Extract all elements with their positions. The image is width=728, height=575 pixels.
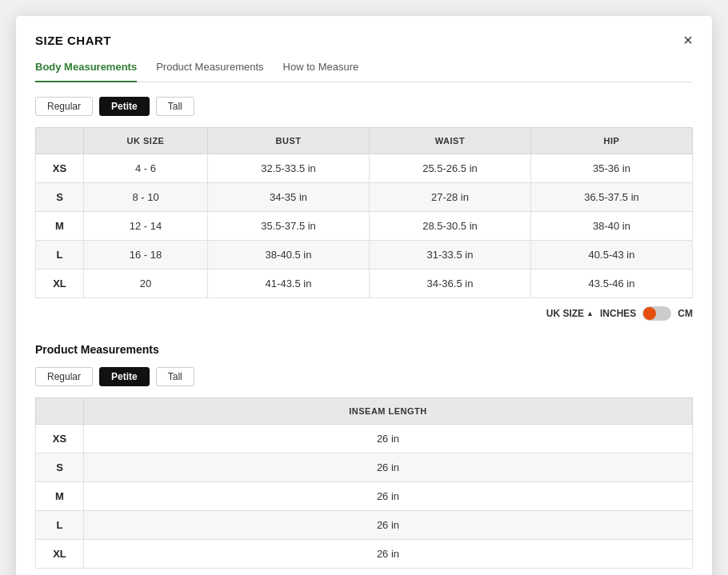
- table-row: XS 26 in: [36, 425, 693, 453]
- col-header-uk-size: UK SIZE: [84, 128, 208, 154]
- cell-uk-size: 20: [84, 270, 208, 298]
- toggle-thumb: [643, 307, 656, 320]
- table-row: XS 4 - 6 32.5-33.5 in 25.5-26.5 in 35-36…: [36, 154, 693, 183]
- cell-uk-size: 12 - 14: [84, 212, 208, 241]
- unit-toggle[interactable]: [642, 306, 671, 321]
- cell-inseam: 26 in: [84, 425, 693, 453]
- cell-bust: 32.5-33.5 in: [208, 154, 370, 183]
- tab-body-measurements[interactable]: Body Measurements: [35, 61, 137, 82]
- close-button[interactable]: ×: [683, 32, 693, 48]
- cell-hip: 40.5-43 in: [530, 241, 692, 270]
- inches-label: INCHES: [600, 308, 636, 319]
- cell-waist: 28.5-30.5 in: [370, 212, 531, 241]
- cell-bust: 34-35 in: [208, 183, 370, 212]
- tab-product-measurements[interactable]: Product Measurements: [156, 61, 263, 82]
- cell-bust: 35.5-37.5 in: [208, 212, 370, 241]
- sort-arrow-icon: ▲: [586, 309, 594, 317]
- prod-col-header-inseam: INSEAM LENGTH: [84, 398, 693, 425]
- body-filter-petite[interactable]: Petite: [99, 97, 150, 116]
- col-header-bust: BUST: [208, 128, 370, 154]
- unit-row: UK SIZE ▲ INCHES CM: [35, 306, 693, 321]
- cell-size: XL: [36, 540, 84, 569]
- tab-how-to-measure[interactable]: How to Measure: [283, 61, 359, 82]
- table-row: S 26 in: [36, 453, 693, 482]
- product-filter-buttons: Regular Petite Tall: [35, 367, 693, 386]
- size-chart-modal: SIZE CHART × Body Measurements Product M…: [16, 16, 712, 575]
- cell-waist: 25.5-26.5 in: [370, 154, 531, 183]
- cell-hip: 35-36 in: [530, 154, 692, 183]
- cell-size: S: [36, 183, 84, 212]
- table-row: M 26 in: [36, 482, 693, 511]
- table-row: M 12 - 14 35.5-37.5 in 28.5-30.5 in 38-4…: [36, 212, 693, 241]
- table-row: L 26 in: [36, 511, 693, 540]
- modal-title: SIZE CHART: [35, 34, 111, 47]
- prod-col-header-empty: [36, 398, 84, 425]
- col-header-hip: HIP: [530, 128, 692, 154]
- cell-bust: 38-40.5 in: [208, 241, 370, 270]
- body-filter-tall[interactable]: Tall: [156, 97, 194, 116]
- product-filter-regular[interactable]: Regular: [35, 367, 93, 386]
- cell-inseam: 26 in: [84, 482, 693, 511]
- cell-size: XS: [36, 425, 84, 453]
- cm-label: CM: [678, 308, 693, 319]
- tab-bar: Body Measurements Product Measurements H…: [35, 61, 693, 82]
- cell-bust: 41-43.5 in: [208, 270, 370, 298]
- table-row: S 8 - 10 34-35 in 27-28 in 36.5-37.5 in: [36, 183, 693, 212]
- product-measurements-title: Product Measurements: [35, 343, 693, 356]
- cell-size: XS: [36, 154, 84, 183]
- cell-waist: 34-36.5 in: [370, 270, 531, 298]
- table-row: XL 20 41-43.5 in 34-36.5 in 43.5-46 in: [36, 270, 693, 298]
- cell-waist: 31-33.5 in: [370, 241, 531, 270]
- cell-hip: 38-40 in: [530, 212, 692, 241]
- cell-inseam: 26 in: [84, 453, 693, 482]
- cell-inseam: 26 in: [84, 511, 693, 540]
- cell-size: M: [36, 212, 84, 241]
- cell-size: L: [36, 511, 84, 540]
- cell-size: L: [36, 241, 84, 270]
- cell-uk-size: 16 - 18: [84, 241, 208, 270]
- cell-hip: 43.5-46 in: [530, 270, 692, 298]
- cell-hip: 36.5-37.5 in: [530, 183, 692, 212]
- uk-size-sort-label[interactable]: UK SIZE ▲: [546, 308, 594, 319]
- body-filter-regular[interactable]: Regular: [35, 97, 93, 116]
- cell-inseam: 26 in: [84, 540, 693, 569]
- cell-size: M: [36, 482, 84, 511]
- cell-uk-size: 4 - 6: [84, 154, 208, 183]
- cell-waist: 27-28 in: [370, 183, 531, 212]
- cell-uk-size: 8 - 10: [84, 183, 208, 212]
- cell-size: XL: [36, 270, 84, 298]
- col-header-waist: WAIST: [370, 128, 531, 154]
- toggle-track: [642, 306, 671, 321]
- product-measurements-table: INSEAM LENGTH XS 26 in S 26 in M 26 in L…: [35, 397, 693, 569]
- table-row: XL 26 in: [36, 540, 693, 569]
- table-row: L 16 - 18 38-40.5 in 31-33.5 in 40.5-43 …: [36, 241, 693, 270]
- body-measurements-table: UK SIZE BUST WAIST HIP XS 4 - 6 32.5-33.…: [35, 127, 693, 298]
- col-header-empty: [36, 128, 84, 154]
- product-filter-petite[interactable]: Petite: [99, 367, 150, 386]
- modal-header: SIZE CHART ×: [35, 32, 693, 48]
- product-filter-tall[interactable]: Tall: [156, 367, 194, 386]
- body-filter-buttons: Regular Petite Tall: [35, 97, 693, 116]
- cell-size: S: [36, 453, 84, 482]
